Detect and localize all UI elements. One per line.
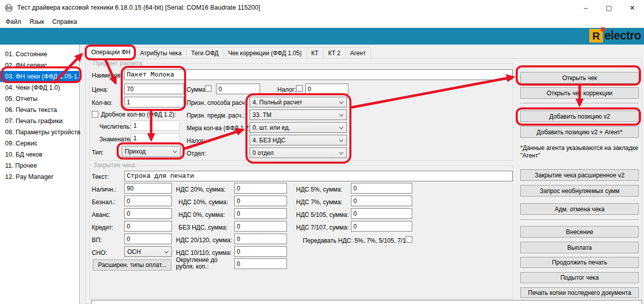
vat5105-input[interactable]: 0 xyxy=(351,208,412,219)
vat10110-input[interactable]: 0 xyxy=(234,246,287,257)
tab-receipt-attributes[interactable]: Атрибуты чека xyxy=(135,47,187,59)
sidebar-item-state[interactable]: 01. Состояние xyxy=(0,49,79,60)
sidebar-item-print-text[interactable]: 06. Печать текста xyxy=(0,104,79,116)
numerator-input[interactable]: 1 xyxy=(131,121,180,131)
tax-checkbox[interactable] xyxy=(296,85,303,92)
credit-input[interactable]: 0 xyxy=(124,221,172,232)
cash-label: Наличн.: xyxy=(92,186,117,193)
sidebar-item-fn-receipts[interactable]: 03. ФН чеки (ФФД 1.05-1.2) xyxy=(0,71,79,82)
divider xyxy=(520,103,639,103)
vat10-input[interactable]: 0 xyxy=(234,196,287,206)
window-title: Тест драйвера кассовой техники 6.18.0.15… xyxy=(17,4,260,11)
sno-select[interactable]: ОСН xyxy=(124,246,172,257)
sidebar-item-other[interactable]: 11. Прочее xyxy=(0,160,79,171)
tax-input[interactable]: 0 xyxy=(305,84,348,94)
vp-input[interactable]: 0 xyxy=(124,234,172,244)
novat-input[interactable]: 0 xyxy=(234,221,287,232)
sidebar-item-receipts-ffd10[interactable]: 04. Чеки (ФФД 1.0) xyxy=(0,82,79,93)
tab-kt2[interactable]: КТ 2 xyxy=(324,47,345,59)
vat5-input[interactable]: 0 xyxy=(351,183,412,194)
brand-letter-tile: R xyxy=(589,29,603,43)
close-icon[interactable]: ✕ xyxy=(621,0,644,15)
menu-bar: Файл Язык Справка xyxy=(0,15,644,28)
ext-payments-button[interactable]: Расширен. типы оплат... xyxy=(93,259,171,271)
open-correction-button[interactable]: Открыть чек коррекции xyxy=(520,87,639,99)
vat-value: 4. БЕЗ НДС xyxy=(253,137,285,144)
advance-input[interactable]: 0 xyxy=(124,208,172,219)
sidebar-item-reports[interactable]: 05. Отчеты xyxy=(0,93,79,104)
qty-input[interactable]: 1 xyxy=(124,97,184,107)
cash-input[interactable]: 90 xyxy=(124,183,172,194)
printer-icon xyxy=(5,4,13,12)
sum-input[interactable]: 0 xyxy=(216,84,260,94)
calc-method-select[interactable]: 4. Полный расчет xyxy=(249,97,347,107)
request-sums-button[interactable]: Запрос необнуляемых сумм xyxy=(520,185,639,197)
subtotal-button[interactable]: Подытог чека xyxy=(520,272,639,283)
sidebar-splitter[interactable] xyxy=(80,45,85,304)
sum-checkbox[interactable] xyxy=(205,85,211,92)
title-bar: Тест драйвера кассовой техники 6.18.0.15… xyxy=(0,0,644,15)
tab-kt[interactable]: КТ xyxy=(307,47,324,59)
measure-label: Мера кол-ва (ФФД 1.2): xyxy=(187,125,253,132)
tab-fn-operations[interactable]: Операции ФН xyxy=(86,46,135,59)
minimize-icon[interactable]: – xyxy=(574,0,597,15)
cash-out-button[interactable]: Выплата xyxy=(520,242,639,253)
adm-cancel-button[interactable]: Адм. отмена чека xyxy=(520,203,639,215)
dept-label: Отдел: xyxy=(187,150,206,157)
vat0-input[interactable]: 0 xyxy=(234,208,287,219)
credit-label: Кредит: xyxy=(92,224,114,231)
pass-vat-checkbox[interactable] xyxy=(406,236,412,243)
vat20120-label: НДС 20/120, сумма: xyxy=(176,237,232,244)
divider xyxy=(520,219,639,220)
vat-select[interactable]: 4. БЕЗ НДС xyxy=(249,135,347,145)
sidebar-item-receipt-db[interactable]: 10. БД чеков xyxy=(0,149,79,160)
log-output-box[interactable] xyxy=(91,300,642,304)
subject-calc-select[interactable]: 33. ТМ xyxy=(249,109,347,120)
dept-value: 0 отдел xyxy=(253,149,274,157)
menu-file[interactable]: Файл xyxy=(2,17,25,27)
menu-help[interactable]: Справка xyxy=(48,17,81,27)
vat7-label: НДС 7%, сумма: xyxy=(296,199,342,206)
denominator-input[interactable]: 1 xyxy=(131,133,180,143)
vat7-input[interactable]: 0 xyxy=(351,196,412,206)
fraction-checkbox[interactable] xyxy=(92,111,98,118)
dept-select[interactable]: 0 отдел xyxy=(249,147,347,158)
vat20-input[interactable]: 0 xyxy=(234,183,287,194)
price-input[interactable]: 70 xyxy=(124,84,184,94)
close-receipt-ext-v2-button[interactable]: Закрытие чека расширенное v2 xyxy=(520,169,639,181)
sidebar-item-service[interactable]: 09. Сервис xyxy=(0,138,79,149)
tab-ofd-tags[interactable]: Теги ОФД xyxy=(187,47,224,59)
rounding-input[interactable]: 0 xyxy=(234,258,287,269)
subject-calc-label: Призн. предм. расч.: xyxy=(187,112,244,119)
measure-select[interactable]: 0. шт. или ед. xyxy=(249,122,347,133)
sum-label: Сумма: xyxy=(187,86,207,93)
cash-in-button[interactable]: Внесение xyxy=(520,226,639,238)
sidebar-item-fn-service[interactable]: 02. ФН сервис xyxy=(0,60,79,71)
sidebar-item-device-params[interactable]: 08. Параметры устройства xyxy=(0,127,79,138)
add-position-v2-agent-button[interactable]: Добавить позицию v2 + Агент* xyxy=(520,126,639,138)
brand-banner: R electro xyxy=(0,28,644,45)
add-position-v2-button[interactable]: Добавить позицию v2 xyxy=(520,110,639,122)
name-input[interactable]: Пакет Молока xyxy=(124,69,513,80)
cashless-input[interactable]: 0 xyxy=(124,196,172,206)
maximize-icon[interactable]: ▢ xyxy=(597,0,621,15)
type-select[interactable]: Приход xyxy=(122,146,181,157)
vat5105-label: НДС 5/105, сумма: xyxy=(296,211,349,218)
sidebar-item-print-graphics[interactable]: 07. Печать графики xyxy=(0,116,79,127)
type-label: Тип: xyxy=(92,149,103,156)
print-copy-button[interactable]: Печать копии последнего документа xyxy=(520,287,639,298)
chevron-down-icon xyxy=(164,249,168,253)
menu-language[interactable]: Язык xyxy=(25,17,48,27)
brand-logo: R electro xyxy=(589,29,641,43)
vat20120-input[interactable]: 0 xyxy=(234,234,287,244)
tab-correction-receipt[interactable]: Чек коррекции (ФФД 1.05) xyxy=(224,47,307,59)
agent-note-line2: "Агент" xyxy=(520,152,540,159)
sidebar-item-pay-manager[interactable]: 12. Pay Manager xyxy=(0,171,79,182)
continue-print-button[interactable]: Продолжить печать xyxy=(520,257,639,268)
tax-label: Налог: xyxy=(277,86,296,93)
vat7107-input[interactable]: 0 xyxy=(351,221,412,232)
app-window: Тест драйвера кассовой техники 6.18.0.15… xyxy=(0,0,644,304)
text-input[interactable]: Строка для печати xyxy=(124,171,513,181)
open-receipt-button[interactable]: Открыть чек xyxy=(520,72,639,84)
tab-agent[interactable]: Агент xyxy=(346,47,371,59)
